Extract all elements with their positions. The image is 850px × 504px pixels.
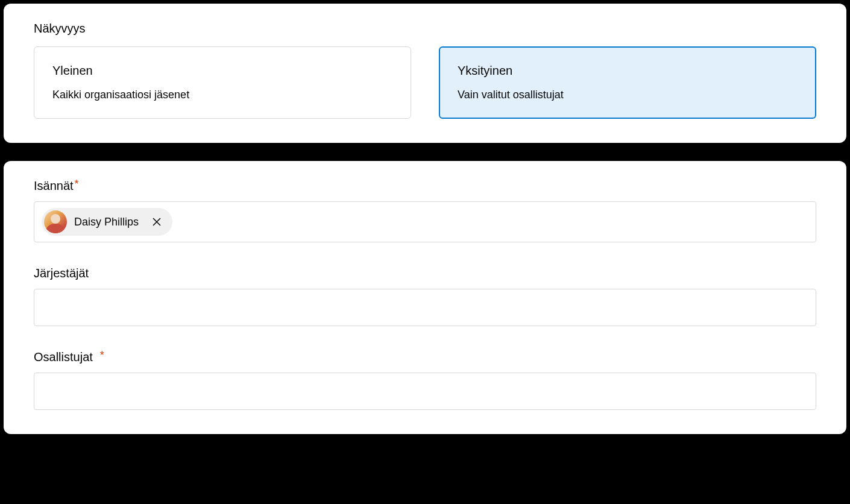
visibility-option-public-title: Yleinen — [52, 64, 392, 78]
person-chip: Daisy Phillips — [42, 208, 172, 236]
organizers-label: Järjestäjät — [34, 266, 816, 280]
participants-field-group: Osallistujat* — [34, 350, 816, 410]
required-asterisk: * — [75, 178, 79, 191]
visibility-panel: Näkyvyys Yleinen Kaikki organisaatiosi j… — [4, 4, 846, 143]
hosts-field-group: Isännät* Daisy Phillips — [34, 179, 816, 242]
organizers-input[interactable] — [34, 289, 816, 326]
participants-label-text: Osallistujat — [34, 350, 93, 364]
visibility-option-public[interactable]: Yleinen Kaikki organisaatiosi jäsenet — [34, 46, 411, 119]
participants-label: Osallistujat* — [34, 350, 816, 364]
visibility-option-private-desc: Vain valitut osallistujat — [458, 89, 798, 101]
close-icon — [152, 217, 162, 227]
visibility-options: Yleinen Kaikki organisaatiosi jäsenet Yk… — [34, 46, 816, 119]
visibility-option-private[interactable]: Yksityinen Vain valitut osallistujat — [439, 46, 816, 119]
visibility-title: Näkyvyys — [34, 22, 816, 36]
visibility-option-public-desc: Kaikki organisaatiosi jäsenet — [52, 89, 392, 101]
people-panel: Isännät* Daisy Phillips Järjestäjät Osal… — [4, 161, 846, 434]
visibility-option-private-title: Yksityinen — [458, 64, 798, 78]
organizers-field-group: Järjestäjät — [34, 266, 816, 326]
required-asterisk: * — [100, 349, 104, 362]
chip-name: Daisy Phillips — [74, 216, 139, 228]
participants-input[interactable] — [34, 373, 816, 410]
hosts-label: Isännät* — [34, 179, 816, 193]
hosts-label-text: Isännät — [34, 179, 74, 193]
hosts-input[interactable]: Daisy Phillips — [34, 201, 816, 242]
avatar — [44, 210, 67, 233]
organizers-label-text: Järjestäjät — [34, 266, 89, 280]
chip-remove-button[interactable] — [150, 215, 164, 229]
